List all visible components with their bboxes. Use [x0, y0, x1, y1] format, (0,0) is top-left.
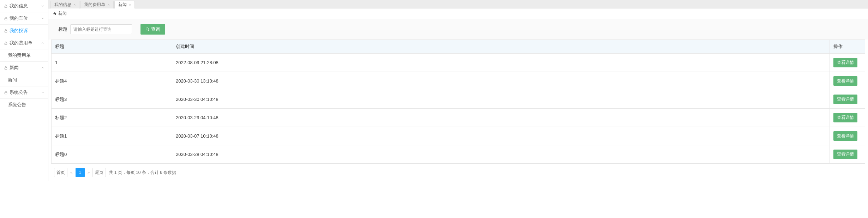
table-row: 标题22020-03-29 04:10:48查看详情 — [52, 109, 865, 127]
cell-title: 1 — [52, 54, 172, 72]
news-table: 标题 创建时间 操作 12022-08-09 21:28:08查看详情标题420… — [51, 40, 865, 164]
lock-icon — [4, 90, 8, 95]
close-icon[interactable]: × — [73, 2, 76, 7]
breadcrumb: 新闻 — [48, 8, 868, 19]
sidebar-item-myparking[interactable]: 我的车位 — [0, 12, 48, 25]
tab-myinfo[interactable]: 我的信息 × — [50, 1, 79, 8]
close-icon[interactable]: × — [107, 2, 109, 7]
search-icon — [145, 27, 150, 31]
th-title: 标题 — [52, 40, 172, 54]
cell-time: 2020-03-30 13:10:48 — [172, 72, 830, 90]
tab-label: 我的费用单 — [84, 2, 105, 8]
cell-time: 2022-08-09 21:28:08 — [172, 54, 830, 72]
home-icon — [53, 12, 57, 16]
sidebar-label: 新闻 — [10, 65, 19, 71]
sidebar: 我的信息 我的车位 我的投诉 我的费用单 我的费用单 新闻 新闻 — [0, 0, 48, 181]
sidebar-label: 我的信息 — [10, 3, 28, 9]
table-row: 标题42020-03-30 13:10:48查看详情 — [52, 72, 865, 90]
tab-label: 我的信息 — [54, 2, 71, 8]
cell-time: 2020-03-30 04:10:48 — [172, 90, 830, 109]
main-area: 我的信息 × 我的费用单 × 新闻 × 新闻 标题 查询 — [48, 0, 868, 181]
table-row: 标题32020-03-30 04:10:48查看详情 — [52, 90, 865, 109]
view-detail-button[interactable]: 查看详情 — [833, 95, 857, 104]
tabs-bar: 我的信息 × 我的费用单 × 新闻 × — [48, 0, 868, 8]
lock-icon — [4, 4, 8, 8]
sidebar-subitem-news[interactable]: 新闻 — [0, 74, 48, 86]
tab-fee[interactable]: 我的费用单 × — [80, 1, 113, 8]
tab-label: 新闻 — [118, 2, 127, 8]
cell-op: 查看详情 — [830, 72, 865, 90]
view-detail-button[interactable]: 查看详情 — [833, 58, 857, 67]
pager-prev[interactable]: « — [70, 170, 73, 175]
sidebar-item-fee[interactable]: 我的费用单 — [0, 37, 48, 49]
pager-last[interactable]: 尾页 — [92, 168, 106, 177]
table-row: 标题02020-03-28 04:10:48查看详情 — [52, 145, 865, 164]
cell-title: 标题1 — [52, 127, 172, 145]
cell-title: 标题0 — [52, 145, 172, 164]
view-detail-button[interactable]: 查看详情 — [833, 150, 857, 159]
sidebar-label: 系统公告 — [10, 89, 28, 96]
cell-op: 查看详情 — [830, 127, 865, 145]
view-detail-button[interactable]: 查看详情 — [833, 113, 857, 122]
lock-icon — [4, 41, 8, 45]
search-bar: 标题 查询 — [48, 19, 868, 40]
sidebar-label: 系统公告 — [8, 102, 26, 108]
search-button-label: 查询 — [151, 26, 160, 32]
close-icon[interactable]: × — [129, 2, 131, 7]
sidebar-label: 新闻 — [8, 77, 17, 83]
cell-title: 标题4 — [52, 72, 172, 90]
th-time: 创建时间 — [172, 40, 830, 54]
pager-next[interactable]: » — [88, 170, 90, 175]
sidebar-label: 我的费用单 — [10, 40, 32, 46]
chevron-up-icon — [41, 90, 44, 95]
chevron-down-icon — [41, 4, 44, 9]
table-row: 12022-08-09 21:28:08查看详情 — [52, 54, 865, 72]
sidebar-label: 我的费用单 — [8, 52, 31, 59]
pager-first[interactable]: 首页 — [54, 168, 67, 177]
chevron-up-icon — [41, 41, 44, 46]
svg-rect-0 — [5, 6, 7, 8]
search-label: 标题 — [58, 26, 67, 32]
search-button[interactable]: 查询 — [140, 24, 165, 35]
svg-rect-2 — [5, 31, 7, 32]
cell-time: 2020-03-07 10:10:48 — [172, 127, 830, 145]
pager-page-1[interactable]: 1 — [76, 168, 85, 177]
pager-summary: 共 1 页，每页 10 条，合计 6 条数据 — [109, 170, 176, 176]
chevron-down-icon — [41, 16, 44, 21]
view-detail-button[interactable]: 查看详情 — [833, 131, 857, 141]
svg-rect-5 — [5, 92, 7, 94]
search-input[interactable] — [70, 24, 132, 34]
table-row: 标题12020-03-07 10:10:48查看详情 — [52, 127, 865, 145]
cell-op: 查看详情 — [830, 145, 865, 164]
svg-rect-3 — [5, 43, 7, 45]
cell-title: 标题3 — [52, 90, 172, 109]
sidebar-item-notice[interactable]: 系统公告 — [0, 86, 48, 99]
lock-icon — [4, 16, 8, 20]
cell-op: 查看详情 — [830, 109, 865, 127]
pagination: 首页 « 1 » 尾页 共 1 页，每页 10 条，合计 6 条数据 — [48, 164, 868, 181]
lock-icon — [4, 66, 8, 70]
sidebar-label: 我的车位 — [10, 15, 28, 22]
chevron-up-icon — [41, 65, 44, 71]
breadcrumb-text: 新闻 — [58, 11, 67, 17]
cell-op: 查看详情 — [830, 90, 865, 109]
cell-time: 2020-03-28 04:10:48 — [172, 145, 830, 164]
cell-title: 标题2 — [52, 109, 172, 127]
view-detail-button[interactable]: 查看详情 — [833, 76, 857, 86]
sidebar-label: 我的投诉 — [10, 28, 28, 34]
sidebar-subitem-notice[interactable]: 系统公告 — [0, 99, 48, 111]
sidebar-subitem-fee[interactable]: 我的费用单 — [0, 49, 48, 62]
svg-rect-1 — [5, 18, 7, 20]
svg-rect-4 — [5, 68, 7, 69]
cell-time: 2020-03-29 04:10:48 — [172, 109, 830, 127]
sidebar-item-news[interactable]: 新闻 — [0, 62, 48, 74]
tab-news[interactable]: 新闻 × — [114, 1, 135, 8]
th-op: 操作 — [830, 40, 865, 54]
sidebar-item-myinfo[interactable]: 我的信息 — [0, 0, 48, 12]
cell-op: 查看详情 — [830, 54, 865, 72]
sidebar-item-complaint[interactable]: 我的投诉 — [0, 25, 48, 37]
lock-icon — [4, 29, 8, 33]
